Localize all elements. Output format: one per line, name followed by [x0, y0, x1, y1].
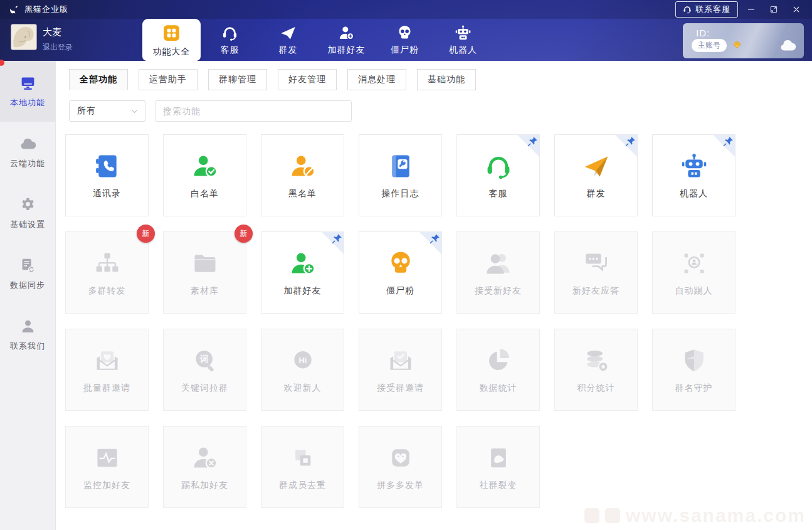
cloud-icon: [779, 37, 796, 54]
chevron-down-icon: [130, 107, 139, 115]
card-kick-private-add-friend[interactable]: 踢私加好友: [163, 426, 246, 508]
card-label: 机器人: [680, 188, 708, 199]
tab-group-chat-management[interactable]: 群聊管理: [208, 69, 267, 90]
monitor-icon: [19, 75, 36, 92]
grid-icon: [161, 23, 182, 43]
tab-all-features[interactable]: 全部功能: [69, 69, 128, 90]
pushpin-icon: [430, 233, 440, 244]
nav-item-mass-send[interactable]: 群发: [259, 19, 317, 61]
card-label: 客服: [489, 188, 508, 199]
nav-item-label: 客服: [221, 45, 240, 56]
card-label: 监控加好友: [83, 480, 130, 491]
tab-friend-management[interactable]: 好友管理: [278, 69, 337, 90]
card-monitor-add-friend[interactable]: 监控加好友: [65, 426, 149, 508]
sidebar-item-local-features[interactable]: 本地功能: [0, 61, 55, 122]
title-bar: 黑猫企业版 联系客服: [0, 0, 812, 19]
pie-chart-icon: [485, 347, 512, 374]
card-label: 群名守护: [675, 383, 713, 394]
new-badge: 新: [235, 225, 253, 243]
card-label: 群成员去重: [279, 480, 326, 491]
card-label: 接受新好友: [475, 285, 522, 297]
card-multi-group-forward[interactable]: 多群转发新: [65, 231, 149, 314]
search-input[interactable]: [155, 100, 352, 122]
card-robot[interactable]: 机器人: [652, 134, 736, 216]
pushpin-icon: [723, 136, 734, 147]
watermark: www.sanama.com: [584, 505, 806, 526]
tab-message-handling[interactable]: 消息处理: [347, 69, 406, 90]
category-select[interactable]: 所有: [69, 100, 145, 122]
tab-basic-features[interactable]: 基础功能: [417, 69, 476, 90]
card-group-member-dedupe[interactable]: 群成员去重: [261, 426, 344, 508]
card-label: 接受群邀请: [377, 383, 424, 394]
card-zombie-fans[interactable]: 僵尸粉: [359, 231, 442, 314]
card-label: 白名单: [191, 188, 219, 199]
kick-network-icon: [680, 250, 708, 277]
card-label: 拼多多发单: [377, 480, 424, 491]
new-badge: 新: [137, 225, 155, 243]
maximize-button[interactable]: [764, 2, 783, 17]
dedupe-squares-icon: [289, 444, 317, 472]
gem-icon: [731, 40, 743, 51]
mail-check-icon: [387, 347, 414, 374]
tab-operation-helper[interactable]: 运营助手: [139, 69, 198, 90]
nav-item-all-features[interactable]: 功能大全: [142, 19, 201, 61]
card-operation-log[interactable]: 操作日志: [359, 134, 442, 216]
card-new-friend-reply[interactable]: 新好友应答: [554, 231, 638, 314]
card-accept-new-friends[interactable]: 接受新好友: [456, 231, 540, 314]
nav-item-add-group-friend[interactable]: 加群好友: [317, 19, 376, 61]
nav-item-customer-service[interactable]: 客服: [201, 19, 259, 61]
category-select-value: 所有: [77, 105, 96, 117]
card-community-fission[interactable]: 社群裂变: [456, 426, 540, 508]
card-add-group-friend[interactable]: 加群好友: [261, 231, 344, 314]
card-group-name-guard[interactable]: 群名守护: [652, 329, 736, 411]
card-label: 素材库: [191, 285, 219, 297]
close-button[interactable]: [787, 2, 806, 17]
svg-text:Hi: Hi: [298, 356, 307, 365]
card-batch-group-invite[interactable]: 批量群邀请: [65, 329, 149, 411]
minimize-button[interactable]: [742, 2, 761, 17]
logout-link[interactable]: 退出登录: [43, 42, 73, 53]
app-window: 黑猫企业版 联系客服 大麦 退出登录 功能大全客服群发加群好友僵尸粉机器人: [0, 0, 812, 530]
card-contacts[interactable]: 通讯录: [65, 134, 149, 216]
person-block-icon: [289, 152, 317, 180]
card-pdd-order-send[interactable]: 拼多多发单: [359, 426, 442, 508]
nav-item-zombie-fans[interactable]: 僵尸粉: [376, 19, 434, 61]
robot-icon: [680, 152, 708, 180]
folder-icon: [191, 250, 219, 277]
sidebar-item-cloud-features[interactable]: 云端功能: [0, 122, 55, 183]
headset-icon: [485, 152, 512, 180]
nav-item-label: 群发: [279, 45, 298, 56]
shield-icon: [680, 347, 708, 374]
card-accept-group-invite[interactable]: 接受群邀请: [359, 329, 442, 411]
nav-item-robot[interactable]: 机器人: [434, 19, 492, 61]
paper-plane-icon: [583, 152, 610, 180]
card-keyword-pull-group[interactable]: 词关键词拉群: [163, 329, 246, 411]
paper-plane-icon: [280, 24, 297, 41]
svg-text:词: 词: [199, 354, 208, 364]
card-label: 自动踢人: [675, 285, 713, 297]
card-mass-send[interactable]: 群发: [554, 134, 638, 216]
avatar[interactable]: [11, 24, 36, 50]
card-points-statistics[interactable]: 积分统计: [554, 329, 638, 411]
sidebar-item-contact-us[interactable]: 联系我们: [0, 304, 55, 365]
sync-icon: [19, 257, 36, 274]
card-welcome-newcomer[interactable]: Hi欢迎新人: [261, 329, 344, 411]
card-label: 操作日志: [382, 188, 419, 199]
card-whitelist[interactable]: 白名单: [163, 134, 246, 216]
card-label: 新好友应答: [572, 285, 620, 297]
card-customer-service[interactable]: 客服: [456, 134, 540, 216]
card-label: 社群裂变: [480, 480, 517, 491]
contact-support-button[interactable]: 联系客服: [675, 1, 738, 18]
sidebar-item-basic-settings[interactable]: 基础设置: [0, 183, 55, 243]
user-name: 大麦: [43, 26, 73, 38]
keyword-circle-icon: 词: [191, 347, 219, 374]
card-data-statistics[interactable]: 数据统计: [456, 329, 540, 411]
card-auto-kick[interactable]: 自动踢人: [652, 231, 736, 314]
card-material-library[interactable]: 素材库新: [163, 231, 246, 314]
mail-heart-icon: [93, 347, 121, 374]
sidebar-item-data-sync[interactable]: 数据同步: [0, 243, 55, 304]
pushpin-icon: [527, 136, 538, 147]
card-blacklist[interactable]: 黑名单: [261, 134, 344, 216]
top-bar: 黑猫企业版 联系客服 大麦 退出登录 功能大全客服群发加群好友僵尸粉机器人: [0, 0, 812, 61]
headset-icon: [683, 5, 692, 14]
